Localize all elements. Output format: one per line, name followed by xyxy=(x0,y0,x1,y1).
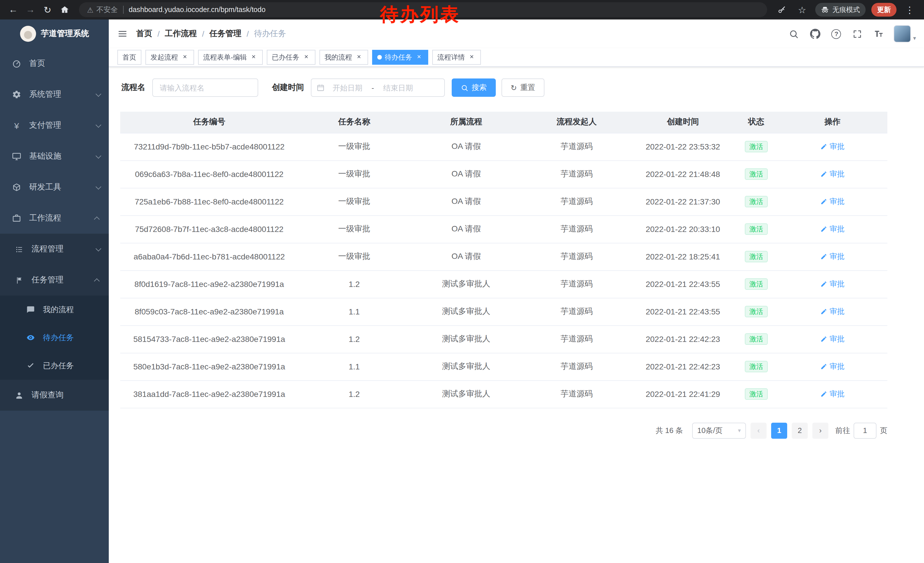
cell-create-time: 2022-01-22 21:48:48 xyxy=(631,161,735,188)
page-button-1[interactable]: 1 xyxy=(771,422,787,438)
approve-link[interactable]: 审批 xyxy=(820,169,844,179)
sidebar-item-task-management[interactable]: 任务管理 xyxy=(0,264,109,296)
briefcase-icon xyxy=(12,213,22,224)
sidebar-item-process-management[interactable]: 流程管理 xyxy=(0,234,109,264)
status-badge: 激活 xyxy=(745,196,768,207)
end-date-input[interactable] xyxy=(378,83,419,92)
sidebar-item-leave-query[interactable]: 请假查询 xyxy=(0,380,109,411)
date-range-picker[interactable]: - xyxy=(311,78,445,97)
cell-status: 激活 xyxy=(735,243,778,270)
caret-down-icon: ▾ xyxy=(913,35,916,42)
github-icon[interactable] xyxy=(809,27,822,40)
check-icon xyxy=(25,360,36,371)
cell-task-name: 1.2 xyxy=(298,270,410,298)
yen-icon: ¥ xyxy=(12,120,22,131)
approve-link[interactable]: 审批 xyxy=(820,334,844,344)
breadcrumb-home[interactable]: 首页 xyxy=(136,29,152,39)
search-button[interactable]: 搜索 xyxy=(452,78,496,97)
update-button[interactable]: 更新 xyxy=(872,3,897,17)
fullscreen-icon[interactable] xyxy=(851,27,864,40)
top-navbar: 首页 / 工作流程 / 任务管理 / 待办任务 ? ▾ xyxy=(109,20,924,48)
tab-my-process[interactable]: 我的流程 × xyxy=(320,50,368,65)
tab-initiate-process[interactable]: 发起流程 × xyxy=(146,50,194,65)
sidebar-item-workflow[interactable]: 工作流程 xyxy=(0,203,109,234)
sidebar-item-payment-management[interactable]: ¥ 支付管理 xyxy=(0,110,109,141)
next-page-button[interactable]: › xyxy=(812,422,828,438)
sidebar-item-done-tasks[interactable]: 已办任务 xyxy=(0,352,109,380)
edit-icon xyxy=(820,226,827,233)
sidebar-item-system-management[interactable]: 系统管理 xyxy=(0,79,109,110)
menu-dots-icon[interactable]: ⋮ xyxy=(902,2,917,17)
approve-label: 审批 xyxy=(830,362,844,372)
bookmark-star-icon[interactable]: ☆ xyxy=(795,2,810,17)
tab-todo-tasks[interactable]: 待办任务 × xyxy=(372,50,428,65)
app-logo[interactable]: 芋道管理系统 xyxy=(0,20,109,48)
page-button-2[interactable]: 2 xyxy=(792,422,808,438)
prev-page-button[interactable]: ‹ xyxy=(750,422,766,438)
close-icon[interactable]: × xyxy=(468,53,476,61)
approve-link[interactable]: 审批 xyxy=(820,141,844,152)
sidebar-item-home[interactable]: 首页 xyxy=(0,48,109,79)
table-row: 8f0d1619-7ac8-11ec-a9e2-a2380e71991a 1.2… xyxy=(120,270,887,298)
breadcrumb-workflow[interactable]: 工作流程 xyxy=(165,29,197,39)
approve-link[interactable]: 审批 xyxy=(820,306,844,317)
close-icon[interactable]: × xyxy=(250,53,258,61)
tab-label: 已办任务 xyxy=(272,53,299,62)
sidebar-item-label: 流程管理 xyxy=(32,244,96,254)
help-icon[interactable]: ? xyxy=(830,27,843,40)
tab-home[interactable]: 首页 xyxy=(117,50,141,65)
approve-link[interactable]: 审批 xyxy=(820,197,844,207)
cell-process: OA 请假 xyxy=(410,243,522,270)
tab-process-form-edit[interactable]: 流程表单-编辑 × xyxy=(198,50,263,65)
goto-page-input[interactable] xyxy=(854,422,876,438)
tab-process-detail[interactable]: 流程详情 × xyxy=(432,50,481,65)
warning-icon: ⚠ xyxy=(87,6,93,14)
close-icon[interactable]: × xyxy=(355,53,363,61)
tab-label: 流程表单-编辑 xyxy=(203,53,247,62)
workflow-submenu: 流程管理 任务管理 我的流程 xyxy=(0,234,109,411)
sidebar-item-my-process[interactable]: 我的流程 xyxy=(0,296,109,324)
total-count: 共 16 条 xyxy=(656,425,683,435)
cell-task-name: 1.2 xyxy=(298,380,410,408)
hamburger-icon[interactable] xyxy=(109,20,136,48)
approve-link[interactable]: 审批 xyxy=(820,279,844,289)
approve-link[interactable]: 审批 xyxy=(820,389,844,399)
close-icon[interactable]: × xyxy=(181,53,189,61)
sidebar-item-infrastructure[interactable]: 基础设施 xyxy=(0,141,109,172)
approve-link[interactable]: 审批 xyxy=(820,224,844,234)
avatar[interactable] xyxy=(894,25,911,42)
cell-process: OA 请假 xyxy=(410,215,522,243)
tab-done-tasks[interactable]: 已办任务 × xyxy=(267,50,315,65)
status-badge: 激活 xyxy=(745,388,768,400)
reset-button[interactable]: ↻ 重置 xyxy=(501,78,544,97)
approve-link[interactable]: 审批 xyxy=(820,362,844,372)
pagination: 共 16 条 10条/页 ▾ ‹ 1 2 › 前往 页 xyxy=(120,422,887,456)
header-task-name: 任务名称 xyxy=(298,112,410,133)
browser-chrome: ← → ↻ ⚠ 不安全 dashboard.yudao.iocoder.cn/b… xyxy=(0,0,924,20)
page-size-select[interactable]: 10条/页 ▾ xyxy=(692,422,746,438)
search-icon[interactable] xyxy=(788,27,800,40)
close-icon[interactable]: × xyxy=(302,53,310,61)
tree-list-icon xyxy=(14,244,24,254)
sidebar-item-label: 首页 xyxy=(29,59,100,69)
sidebar-item-todo-tasks[interactable]: 待办任务 xyxy=(0,324,109,352)
start-date-input[interactable] xyxy=(327,83,368,92)
key-icon[interactable] xyxy=(774,2,789,17)
monitor-icon xyxy=(12,151,22,162)
breadcrumb-task-management[interactable]: 任务管理 xyxy=(210,29,242,39)
forward-icon[interactable]: → xyxy=(23,2,38,17)
user-menu[interactable]: ▾ xyxy=(894,25,916,42)
back-icon[interactable]: ← xyxy=(6,2,21,17)
cell-task-name: 1.1 xyxy=(298,298,410,325)
close-icon[interactable]: × xyxy=(415,53,423,61)
sidebar-item-dev-tools[interactable]: 研发工具 xyxy=(0,172,109,203)
security-warning[interactable]: ⚠ 不安全 xyxy=(87,5,118,15)
cell-task-id: 58154733-7ac8-11ec-a9e2-a2380e71991a xyxy=(120,325,298,353)
cell-task-id: 75d72608-7b7f-11ec-a3c8-acde48001122 xyxy=(120,215,298,243)
process-name-input[interactable] xyxy=(152,78,258,97)
font-size-icon[interactable] xyxy=(873,27,885,40)
cell-task-name: 一级审批 xyxy=(298,161,410,188)
reload-icon[interactable]: ↻ xyxy=(40,2,55,17)
approve-link[interactable]: 审批 xyxy=(820,251,844,262)
home-icon[interactable] xyxy=(57,2,72,17)
